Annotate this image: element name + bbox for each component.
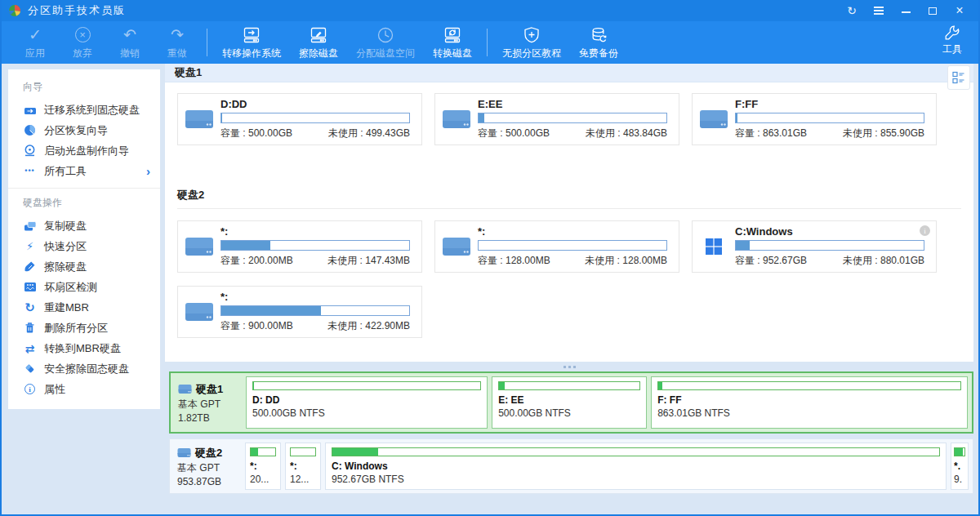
undo-button[interactable]: ↶ 撤销: [106, 21, 154, 64]
partition-name: C:Windows: [735, 225, 924, 238]
partition-name: D:DD: [220, 98, 410, 110]
disk2-title: 硬盘2: [177, 189, 204, 201]
disk-sync-icon: [443, 25, 462, 45]
discard-button[interactable]: × 放弃: [59, 21, 106, 64]
disk-map-partition-d[interactable]: D: DD 500.00GB NTFS: [246, 376, 488, 429]
toolbar-separator: [487, 29, 488, 56]
disk-map-partition-c[interactable]: C: Windows 952.67GB NTFS: [325, 443, 947, 490]
view-toggle-button[interactable]: [947, 65, 970, 90]
sidebar-item-label: 属性: [44, 382, 65, 397]
convert-arrows-icon: ⇄: [23, 342, 37, 355]
usage-mini-bar: [332, 447, 940, 456]
menu-icon[interactable]: [873, 4, 884, 17]
sidebar-item-copy-disk[interactable]: 复制硬盘: [8, 216, 160, 236]
disk-size: 953.87GB: [177, 476, 241, 487]
disk-arrow-icon: [242, 25, 261, 45]
disk1-row: 硬盘1 基本 GPT 1.82TB D: DD 500.00GB NTFS E:…: [169, 371, 973, 434]
panel-splitter-handle[interactable]: [165, 362, 973, 371]
partition-card-f[interactable]: F:FF 容量 : 863.01GB 未使用 : 855.90GB: [692, 93, 937, 145]
close-icon[interactable]: ×: [954, 4, 965, 17]
redo-button[interactable]: ↷ 重做: [154, 21, 201, 64]
sidebar-item-label: 分区恢复向导: [44, 123, 108, 138]
sidebar-section-disk-ops: 硬盘操作: [8, 189, 160, 216]
partition-card-c-windows[interactable]: i C:Windows 容量 : 952.67GB 未使用 : 880.01GB: [692, 220, 937, 273]
sidebar-item-label: 快速分区: [44, 239, 87, 254]
sidebar-item-secure-erase-ssd[interactable]: 安全擦除固态硬盘: [8, 358, 160, 379]
sidebar-item-convert-to-mbr[interactable]: ⇄ 转换到MBR硬盘: [8, 338, 160, 358]
tools-button[interactable]: 工具: [938, 22, 967, 58]
usage-bar: [220, 240, 410, 251]
capacity-text: 容量 : 900.00MB: [220, 319, 293, 333]
drive-icon: [178, 236, 220, 258]
sidebar-item-label: 擦除硬盘: [44, 260, 87, 274]
app-logo-icon: [8, 4, 21, 17]
partition-card-d[interactable]: D:DD 容量 : 500.00GB 未使用 : 499.43GB: [177, 93, 422, 145]
disk2-header: 硬盘2: [177, 188, 961, 209]
disk-scan-icon: [23, 281, 37, 294]
sidebar-item-rebuild-mbr[interactable]: ↻ 重建MBR: [8, 297, 160, 318]
partition-card-e[interactable]: E:EE 容量 : 500.00GB 未使用 : 483.84GB: [434, 93, 679, 145]
disk2-cards-row2: *: 容量 : 900.00MB 未使用 : 422.90MB: [165, 286, 973, 338]
app-window: 分区助手技术员版 ↻ × ✓ 应用 × 放弃 ↶ 撤销 ↷ 重做: [0, 0, 980, 516]
maximize-icon[interactable]: [927, 4, 938, 17]
refresh-icon[interactable]: ↻: [846, 4, 858, 17]
redo-icon: ↷: [171, 25, 184, 45]
sidebar-item-partition-recovery[interactable]: 分区恢复向导: [8, 120, 160, 140]
usage-bar: [735, 113, 924, 123]
drive-icon: [435, 109, 478, 131]
partition-card-reserved2[interactable]: *: 容量 : 128.00MB 未使用 : 128.00MB: [434, 220, 679, 273]
usage-mini-bar: [954, 447, 965, 456]
info-icon[interactable]: i: [920, 225, 930, 236]
sidebar-item-properties[interactable]: i 属性: [8, 379, 160, 399]
sidebar-item-label: 复制硬盘: [44, 219, 87, 234]
unused-text: 未使用 : 128.00MB: [585, 254, 667, 268]
drive-icon: [178, 301, 220, 323]
disk2-row: 硬盘2 基本 GPT 953.87GB *: 20... *: 12...: [169, 438, 973, 494]
migrate-os-button[interactable]: 转移操作系统: [213, 21, 290, 64]
sidebar: 向导 迁移系统到固态硬盘 分区恢复向导 启动光盘制作向导 ••• 所有工具 › …: [8, 69, 160, 409]
convert-disk-button[interactable]: 转换磁盘: [424, 21, 481, 64]
titlebar: 分区助手技术员版 ↻ ×: [2, 0, 978, 21]
disk2-label[interactable]: 硬盘2 基本 GPT 953.87GB: [174, 443, 241, 490]
drive-icon: [693, 109, 735, 131]
rebuild-arrow-icon: ↻: [23, 301, 37, 314]
usage-mini-bar: [252, 381, 481, 390]
disk-map-partition-reserved1[interactable]: *: 20...: [245, 443, 281, 490]
wipe-disk-button[interactable]: 擦除磁盘: [290, 21, 347, 64]
usage-bar: [220, 113, 410, 123]
partition-card-recovery[interactable]: *: 容量 : 900.00MB 未使用 : 422.90MB: [177, 286, 422, 338]
sidebar-item-all-tools[interactable]: ••• 所有工具 ›: [8, 161, 160, 181]
sidebar-item-quick-partition[interactable]: ⚡ 快速分区: [8, 236, 160, 256]
partition-name: *:: [478, 225, 667, 238]
lightning-icon: ⚡: [23, 240, 37, 253]
disk-icon: [178, 384, 192, 394]
window-controls: ↻ ×: [846, 4, 972, 17]
allocate-space-button[interactable]: 分配磁盘空间: [347, 21, 424, 64]
list-view-icon: [952, 71, 965, 84]
partition-card-reserved1[interactable]: *: 容量 : 200.00MB 未使用 : 147.43MB: [177, 220, 422, 273]
apply-button[interactable]: ✓ 应用: [11, 21, 59, 64]
windows-logo-icon: [693, 237, 735, 256]
minimize-icon[interactable]: [900, 4, 911, 17]
capacity-text: 容量 : 500.00GB: [478, 127, 550, 140]
disk-map-partition-f[interactable]: F: FF 863.01GB NTFS: [651, 376, 968, 429]
disk2-cards-row1: *: 容量 : 200.00MB 未使用 : 147.43MB *: 容量: [165, 220, 973, 273]
disk-map-partition-recovery[interactable]: *. 9.: [951, 443, 969, 490]
disk-map-partition-e[interactable]: E: EE 500.00GB NTFS: [492, 376, 647, 429]
wrench-icon: [943, 24, 961, 42]
main-panel: 硬盘1 D:DD 容量 : 500.00GB 未使用 : 499.43GB: [165, 64, 973, 362]
partition-tutorial-button[interactable]: 无损分区教程: [493, 21, 570, 64]
disk1-label[interactable]: 硬盘1 基本 GPT 1.82TB: [175, 376, 242, 429]
partition-name: F:FF: [735, 98, 924, 110]
sidebar-item-bad-sector-check[interactable]: 坏扇区检测: [8, 277, 160, 297]
sidebar-item-wipe-hard-drive[interactable]: 擦除硬盘: [8, 256, 160, 277]
unused-text: 未使用 : 147.43MB: [327, 254, 410, 268]
disk1-cards: D:DD 容量 : 500.00GB 未使用 : 499.43GB E:EE: [165, 93, 973, 145]
sidebar-item-label: 删除所有分区: [44, 321, 108, 336]
disk-map-partition-reserved2[interactable]: *: 12...: [285, 443, 321, 490]
sidebar-item-migrate-to-ssd[interactable]: 迁移系统到固态硬盘: [8, 100, 160, 120]
free-backup-button[interactable]: 免费备份: [570, 21, 627, 64]
sidebar-item-delete-all-partitions[interactable]: 删除所有分区: [8, 318, 160, 338]
sidebar-item-bootable-media[interactable]: 启动光盘制作向导: [8, 140, 160, 161]
sidebar-item-label: 启动光盘制作向导: [44, 144, 129, 158]
